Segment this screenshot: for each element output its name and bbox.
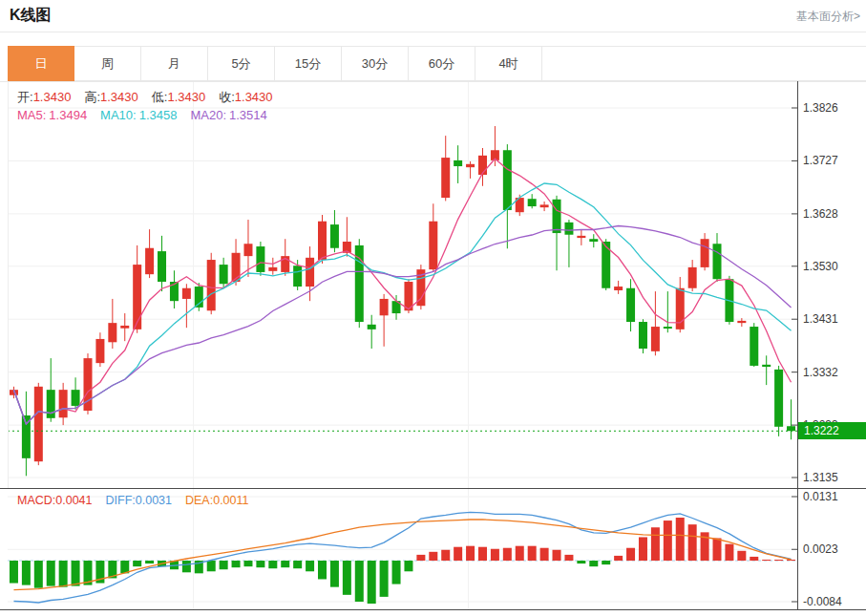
- macd-histogram-bar: [268, 561, 277, 568]
- candle-body: [577, 236, 585, 238]
- price-axis-label: 1.3826: [803, 100, 864, 116]
- candle-body: [762, 365, 771, 367]
- kline-widget: K线图 基本面分析> 日周月5分15分30分60分4时 开:1.3430高:1.…: [0, 0, 866, 616]
- candle-body: [478, 156, 487, 175]
- candle-body: [651, 327, 660, 351]
- candle-body: [454, 160, 462, 166]
- macd-histogram-bar: [750, 557, 758, 561]
- dea-label: DEA:: [185, 494, 213, 507]
- macd-histogram-bar: [725, 544, 733, 561]
- high-label: 高:: [84, 90, 100, 104]
- candle-body: [22, 415, 31, 458]
- candle-body: [701, 239, 709, 267]
- macd-histogram-bar: [774, 560, 783, 561]
- macd-histogram-bar: [306, 561, 314, 571]
- macd-histogram-bar: [293, 561, 302, 568]
- macd-value: 0.0041: [55, 494, 92, 507]
- macd-axis-label: 0.0023: [803, 542, 864, 557]
- candle-body: [330, 224, 339, 248]
- candle-body: [614, 287, 623, 290]
- close-value: 1.3430: [235, 90, 273, 104]
- macd-histogram-bar: [145, 561, 154, 563]
- price-axis-label: 1.3530: [803, 259, 864, 274]
- candle-body: [182, 288, 191, 299]
- diff-value: 0.0031: [136, 494, 172, 507]
- candle-body: [688, 267, 697, 288]
- ma10-label: MA10:: [100, 108, 137, 122]
- macd-histogram-bar: [343, 561, 351, 595]
- macd-histogram-bar: [516, 546, 524, 561]
- diff-line: [13, 512, 791, 603]
- macd-histogram-bar: [626, 548, 635, 561]
- macd-histogram-bar: [762, 560, 771, 561]
- macd-axis-label: 0.0131: [803, 489, 864, 504]
- close-label: 收:: [219, 90, 235, 104]
- price-axis-label: 1.3727: [803, 153, 864, 168]
- candle-body: [158, 251, 166, 282]
- ma20-value: 1.3514: [229, 108, 267, 122]
- macd-histogram-bar: [182, 561, 191, 572]
- ma20-label: MA20:: [190, 108, 226, 122]
- ma20-line: [13, 226, 791, 425]
- macd-histogram-bar: [602, 561, 610, 564]
- dea-value: 0.0011: [213, 494, 248, 507]
- candle-body: [318, 222, 327, 260]
- candle-body: [293, 266, 302, 287]
- candle-body: [589, 239, 598, 242]
- macd-histogram-bar: [491, 549, 499, 561]
- macd-histogram-bar: [72, 561, 80, 586]
- candle-body: [34, 387, 43, 461]
- macd-histogram-bar: [589, 561, 598, 566]
- candle-body: [503, 150, 512, 210]
- candle-body: [243, 244, 252, 256]
- candle-body: [59, 390, 68, 417]
- macd-histogram-bar: [59, 561, 68, 587]
- macd-histogram-bar: [639, 537, 647, 561]
- low-value: 1.3430: [167, 90, 205, 104]
- ohlc-legend: 开:1.3430高:1.3430低:1.3430收:1.3430: [17, 89, 273, 106]
- current-price-badge: 1.3222: [798, 422, 866, 439]
- candle-body: [47, 390, 55, 418]
- macd-legend: MACD:0.0041DIFF:0.0031DEA:0.0011: [17, 494, 249, 507]
- macd-histogram-bar: [503, 548, 512, 561]
- candle-body: [664, 327, 672, 329]
- ma5-line: [13, 159, 791, 424]
- macd-histogram-bar: [380, 561, 389, 597]
- macd-histogram-bar: [355, 561, 364, 602]
- candle-body: [232, 253, 241, 282]
- macd-histogram-bar: [318, 561, 327, 579]
- candle-body: [95, 339, 104, 363]
- price-axis-label: 1.3332: [803, 365, 864, 380]
- price-axis-label: 1.3431: [803, 311, 864, 327]
- macd-histogram-bar: [577, 561, 585, 563]
- diff-label: DIFF:: [106, 494, 136, 507]
- macd-histogram-bar: [256, 561, 264, 567]
- candle-body: [466, 164, 475, 167]
- macd-histogram-bar: [429, 552, 437, 561]
- candle-body: [207, 260, 216, 310]
- macd-histogram-bar: [466, 546, 475, 561]
- macd-histogram-bar: [688, 524, 697, 561]
- macd-histogram-bar: [368, 561, 376, 604]
- macd-histogram-bar: [454, 547, 462, 561]
- macd-histogram-bar: [737, 551, 746, 561]
- macd-histogram-bar: [651, 527, 660, 561]
- ma10-value: 1.3458: [139, 108, 178, 122]
- macd-histogram-bar: [564, 555, 573, 561]
- candle-body: [380, 299, 389, 315]
- price-axis-label: 1.3628: [803, 206, 864, 222]
- ma5-label: MA5:: [17, 108, 46, 122]
- macd-histogram-bar: [392, 561, 401, 584]
- macd-histogram-bar: [232, 561, 241, 567]
- macd-histogram-bar: [281, 561, 289, 567]
- candle-body: [774, 370, 783, 427]
- macd-histogram-bar: [10, 561, 18, 584]
- candle-body: [306, 258, 314, 287]
- macd-histogram-bar: [330, 561, 339, 587]
- candle-body: [528, 199, 537, 206]
- low-label: 低:: [152, 90, 168, 104]
- candle-body: [540, 204, 549, 207]
- macd-histogram-bar: [133, 561, 141, 566]
- macd-histogram-bar: [47, 561, 55, 586]
- candle-body: [108, 323, 116, 342]
